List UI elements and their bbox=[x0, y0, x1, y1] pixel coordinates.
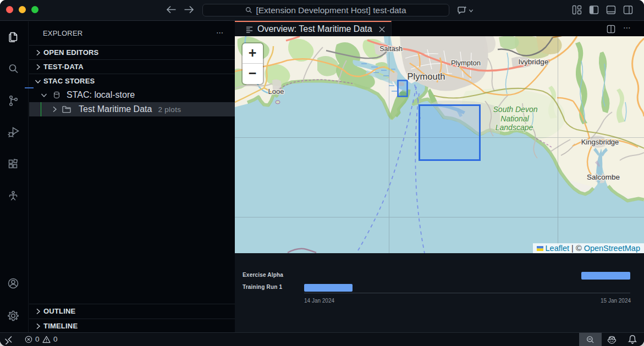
svg-text:Salcombe: Salcombe bbox=[587, 173, 620, 181]
svg-text:Ivybridge: Ivybridge bbox=[519, 58, 549, 66]
svg-text:Plympton: Plympton bbox=[451, 59, 481, 67]
svg-text:Looe: Looe bbox=[268, 87, 284, 96]
svg-text:Plymouth: Plymouth bbox=[408, 71, 445, 81]
svg-text:Kingsbridge: Kingsbridge bbox=[581, 138, 619, 146]
svg-text:Saltash: Saltash bbox=[379, 45, 403, 53]
svg-text:National: National bbox=[500, 114, 529, 123]
svg-text:Landscape: Landscape bbox=[496, 123, 533, 132]
svg-text:South Devon: South Devon bbox=[493, 105, 538, 114]
